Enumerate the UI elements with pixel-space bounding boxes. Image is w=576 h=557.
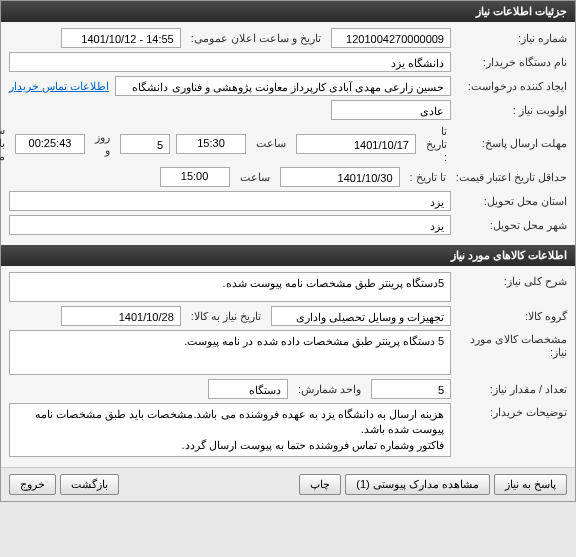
- spec-value: 5 دستگاه پرینتر طبق مشخصات داده شده در ن…: [9, 330, 451, 375]
- time-label-1: ساعت: [256, 137, 286, 150]
- exit-button[interactable]: خروج: [9, 474, 56, 495]
- need-number-value: 1201004270000009: [331, 28, 451, 48]
- announce-label: تاریخ و ساعت اعلان عمومی:: [191, 32, 321, 45]
- province-label: استان محل تحویل:: [457, 195, 567, 208]
- creator-value: حسین زارعی مهدی آبادی کارپرداز معاونت پژ…: [115, 76, 451, 96]
- button-bar: پاسخ به نیاز مشاهده مدارک پیوستی (1) چاپ…: [1, 467, 575, 501]
- validity-label: حداقل تاریخ اعتبار قیمت:: [456, 171, 567, 184]
- count-label: تعداد / مقدار نیاز:: [457, 383, 567, 396]
- count-value: 5: [371, 379, 451, 399]
- goods-info-section: شرح کلی نیاز: 5دستگاه پرینتر طبق مشخصات …: [1, 266, 575, 467]
- city-value: یزد: [9, 215, 451, 235]
- need-number-label: شماره نیاز:: [457, 32, 567, 45]
- respond-button[interactable]: پاسخ به نیاز: [494, 474, 567, 495]
- group-label: گروه کالا:: [457, 310, 567, 323]
- unit-label: واحد شمارش:: [298, 383, 361, 396]
- remain-label: ساعت باقی مانده: [0, 124, 5, 163]
- time-label-2: ساعت: [240, 171, 270, 184]
- goods-info-header: اطلاعات کالاهای مورد نیاز: [1, 245, 575, 266]
- group-value: تجهیزات و وسایل تحصیلی واداری: [271, 306, 451, 326]
- back-button[interactable]: بازگشت: [60, 474, 119, 495]
- announce-value: 14:55 - 1401/10/12: [61, 28, 181, 48]
- print-button[interactable]: چاپ: [299, 474, 341, 495]
- notes-value: هزینه ارسال به دانشگاه یزد به عهده فروشن…: [9, 403, 451, 457]
- creator-label: ایجاد کننده درخواست:: [457, 80, 567, 93]
- need-info-section: شماره نیاز: 1201004270000009 تاریخ و ساع…: [1, 22, 575, 245]
- need-date-value: 1401/10/28: [61, 306, 181, 326]
- deadline-date: 1401/10/17: [296, 134, 416, 154]
- priority-value: عادی: [331, 100, 451, 120]
- need-date-label: تاریخ نیاز به کالا:: [191, 310, 261, 323]
- buyer-label: نام دستگاه خریدار:: [457, 56, 567, 69]
- days-label: روز و: [95, 131, 110, 157]
- notes-label: توضیحات خریدار:: [457, 403, 567, 419]
- buyer-value: دانشگاه یزد: [9, 52, 451, 72]
- need-info-header: جزئیات اطلاعات نیاز: [1, 1, 575, 22]
- attachments-button[interactable]: مشاهده مدارک پیوستی (1): [345, 474, 490, 495]
- desc-value: 5دستگاه پرینتر طبق مشخصات نامه پیوست شده…: [9, 272, 451, 302]
- deadline-time: 15:30: [176, 134, 246, 154]
- priority-label: اولویت نیاز :: [457, 104, 567, 117]
- days-remain: 5: [120, 134, 170, 154]
- to-date-label-1: تا تاریخ :: [426, 125, 447, 163]
- validity-time: 15:00: [160, 167, 230, 187]
- city-label: شهر محل تحویل:: [457, 219, 567, 232]
- buyer-contact-link[interactable]: اطلاعات تماس خریدار: [9, 80, 109, 93]
- time-remain: 00:25:43: [15, 134, 85, 154]
- validity-date: 1401/10/30: [280, 167, 400, 187]
- province-value: یزد: [9, 191, 451, 211]
- to-date-label-2: تا تاریخ :: [410, 171, 446, 184]
- desc-label: شرح کلی نیاز:: [457, 272, 567, 288]
- deadline-label: مهلت ارسال پاسخ:: [457, 137, 567, 150]
- spec-label: مشخصات کالای مورد نیاز:: [457, 330, 567, 359]
- unit-value: دستگاه: [208, 379, 288, 399]
